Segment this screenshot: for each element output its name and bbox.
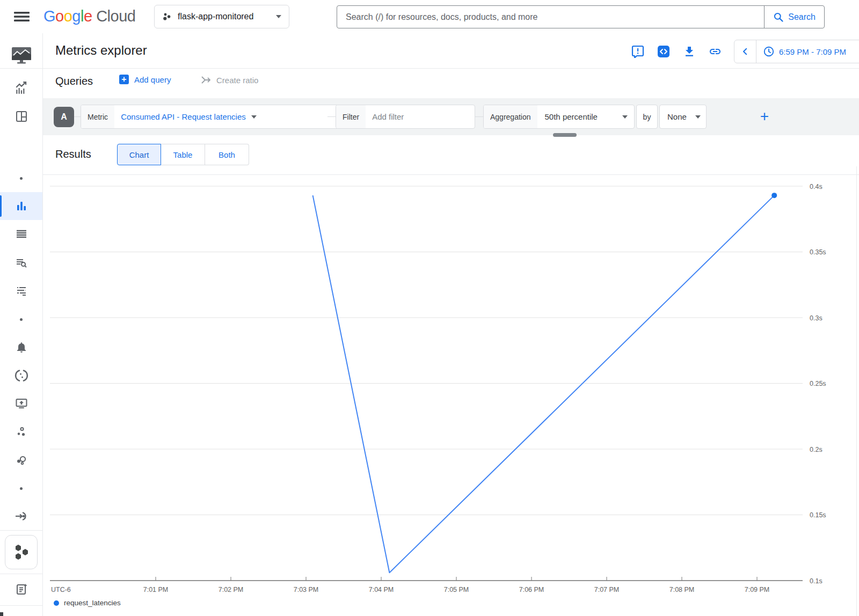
search-input[interactable] [337,12,764,22]
dot-icon [20,318,23,321]
connector-line [475,116,483,117]
metric-value[interactable]: Consumed API - Request latencies [114,112,251,121]
project-name: flask-app-monitored [178,12,270,21]
code-brackets-circle-icon [14,369,28,383]
project-selector[interactable]: flask-app-monitored [154,5,289,28]
two-circles-icon [15,454,28,467]
filter-input[interactable] [366,112,470,121]
y-axis-label: 0.4s [810,183,822,190]
query-letter-badge[interactable]: A [54,107,74,127]
cluster-circles-icon [15,426,28,438]
chevron-down-icon [695,115,701,119]
search-button[interactable]: Search [764,6,824,28]
monitoring-logo-icon [11,46,32,64]
share-link-button[interactable] [709,45,722,58]
logo-cloud-text: Cloud [96,8,135,25]
left-navigation-rail [0,33,43,616]
add-query-button[interactable]: + Add query [119,75,171,84]
sidebar-expand-button[interactable] [0,608,42,616]
sidebar-item-overview[interactable] [0,75,42,102]
view-code-button[interactable] [657,45,670,58]
x-axis-label: 7:04 PM [369,586,394,593]
group-by-selector[interactable]: None [659,105,707,129]
integration-arrow-icon [14,510,28,523]
add-aggregation-button[interactable]: + [755,107,774,126]
y-axis-label: 0.25s [810,380,826,387]
sidebar-group-dot [0,474,42,502]
y-axis-label: 0.15s [810,511,826,519]
time-range-value[interactable]: 6:59 PM - 7:09 PM [779,47,846,56]
top-app-bar: Google Cloud flask-app-monitored Search [0,0,859,33]
chevron-down-icon[interactable] [251,115,257,119]
sidebar-item-metrics-explorer[interactable] [0,192,42,220]
sidebar-item-log-search[interactable] [0,249,42,277]
trending-chart-icon [14,82,28,96]
dot-icon [20,177,23,180]
sidebar-item-detect[interactable] [0,446,42,474]
sidebar-divider [0,68,43,69]
resize-drag-handle[interactable] [553,133,577,137]
chart-legend: request_latencies [54,599,121,607]
aggregation-label: Aggregation [484,105,537,128]
dashboard-icon [15,110,28,123]
add-query-label: Add query [134,75,171,84]
dot-icon [20,487,23,490]
filter-field: Filter [336,105,475,129]
legend-color-dot [54,600,59,606]
y-axis-label: 0.1s [810,577,822,585]
cut-off-element [0,612,3,616]
list-icon [15,228,28,240]
hamburger-menu-button[interactable] [13,10,31,23]
sidebar-item-integrations[interactable] [0,502,42,530]
right-panel-edge [856,166,857,616]
sidebar-item-pinned-product[interactable] [5,535,38,569]
latency-chart-area[interactable]: 0.4s0.35s0.3s0.25s0.2s0.15s0.1s7:01 PM7:… [43,161,859,616]
metric-label: Metric [81,105,114,128]
merge-arrow-icon [201,75,212,85]
sidebar-divider [0,605,43,606]
x-axis-label: 7:05 PM [444,586,469,593]
sidebar-item-release-notes[interactable] [0,575,42,603]
sidebar-item-monitoring-home[interactable] [0,41,42,69]
y-axis-label: 0.2s [810,446,822,453]
by-label: by [643,113,651,121]
create-ratio-button[interactable]: Create ratio [201,75,258,85]
x-axis-label: 7:06 PM [519,586,544,593]
global-search-bar: Search [337,5,825,28]
aggregation-value[interactable]: 50th percentile [537,112,622,121]
sidebar-item-managed-services[interactable] [0,362,42,390]
x-axis-label: 7:02 PM [219,586,244,593]
feedback-button[interactable] [631,45,644,58]
search-button-label: Search [788,12,816,22]
sidebar-item-tune[interactable] [0,277,42,305]
legend-series-label: request_latencies [64,599,121,607]
hexagons-icon [11,541,32,563]
download-icon [683,45,696,58]
bell-icon [15,341,28,354]
chevron-down-icon[interactable] [622,115,628,119]
x-axis-label: 7:08 PM [669,586,695,593]
download-button[interactable] [683,45,696,58]
timezone-label: UTC-6 [51,586,71,593]
collapse-time-panel-button[interactable] [734,40,756,63]
chevron-down-icon [276,15,281,18]
plus-box-icon: + [119,75,129,84]
page-title: Metrics explorer [55,43,147,58]
x-axis-label: 7:09 PM [745,586,770,593]
x-axis-label: 7:01 PM [143,586,169,593]
connector-line [74,116,81,117]
sidebar-item-alerting[interactable] [0,333,42,361]
time-range-selector: 6:59 PM - 7:09 PM [734,40,859,63]
sidebar-group-dot [0,305,42,333]
sidebar-item-dashboards[interactable] [0,102,42,130]
screen-share-icon [15,397,28,410]
sidebar-item-groups[interactable] [0,418,42,446]
query-builder-bar: A Metric Consumed API - Request latencie… [43,98,859,135]
results-heading: Results [55,148,91,160]
sidebar-item-screen[interactable] [0,390,42,417]
latency-line-chart[interactable]: 0.4s0.35s0.3s0.25s0.2s0.15s0.1s7:01 PM7:… [43,161,859,616]
sidebar-divider [0,530,43,531]
link-icon [709,45,722,58]
sidebar-item-list[interactable] [0,220,42,248]
header-divider [43,68,859,69]
